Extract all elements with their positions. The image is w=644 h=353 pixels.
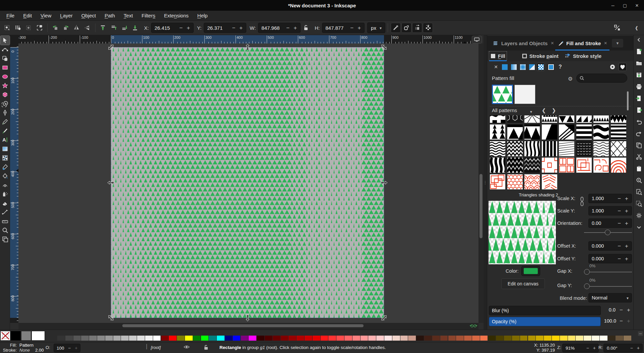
tool-dropper[interactable] <box>0 162 10 171</box>
palette-color[interactable] <box>616 336 623 341</box>
palette-color[interactable] <box>265 336 272 341</box>
palette-color[interactable] <box>137 336 145 341</box>
decrement-button[interactable] <box>616 220 623 226</box>
palette-color[interactable] <box>384 336 392 341</box>
tool-ellipse[interactable] <box>0 72 10 81</box>
tool-selector[interactable] <box>0 36 10 45</box>
chevron-down-icon[interactable] <box>635 223 643 231</box>
offset-x-spinbox[interactable]: 0.000 <box>588 241 632 251</box>
rotation-decrement[interactable] <box>628 346 635 350</box>
subtab-stroke-paint[interactable]: Stroke paint <box>521 52 560 60</box>
edit-on-canvas-button[interactable]: Edit on canvas <box>501 278 545 289</box>
layer-lock-icon[interactable] <box>204 345 208 350</box>
x-decrement[interactable] <box>177 25 185 31</box>
pattern-thumb-wavy-band[interactable] <box>593 124 609 140</box>
palette-color[interactable] <box>496 336 504 341</box>
h-increment[interactable] <box>356 25 363 31</box>
palette-color[interactable] <box>600 336 607 341</box>
palette-color[interactable] <box>57 336 65 341</box>
pattern-thumb-h-bars[interactable] <box>576 124 592 140</box>
next-patterns-button[interactable]: ❯ <box>550 107 558 114</box>
maximize-button[interactable]: ▢ <box>621 2 629 9</box>
palette-color[interactable] <box>305 336 312 341</box>
opacity-slider[interactable]: Opacity (%) 100.0 <box>489 317 632 326</box>
pattern-thumb-diag-wedges[interactable] <box>559 124 574 140</box>
paint-swatch-icon[interactable] <box>547 63 555 71</box>
palette-color[interactable] <box>552 336 560 341</box>
palette-none-swatch[interactable] <box>0 331 10 341</box>
fill-rule-even-odd-icon[interactable] <box>608 63 617 71</box>
x-increment[interactable] <box>185 25 192 31</box>
palette-color[interactable] <box>528 336 536 341</box>
redo-icon[interactable] <box>635 129 643 138</box>
palette-color[interactable] <box>352 336 360 341</box>
layer-visibility-icon[interactable] <box>184 345 190 349</box>
pattern-thumb-fine-hatch[interactable] <box>559 141 574 156</box>
palette-color[interactable] <box>169 336 177 341</box>
subtab-stroke-style[interactable]: Stroke style <box>564 52 603 60</box>
palette-color[interactable] <box>65 336 73 341</box>
menu-extensions[interactable]: Extensions <box>159 11 193 21</box>
orientation-spinbox[interactable]: 0.00 <box>588 218 632 228</box>
pattern-thumb-red-corners[interactable] <box>542 158 557 173</box>
tool-star[interactable] <box>0 81 10 90</box>
increment-button[interactable] <box>623 196 630 201</box>
y-decrement[interactable] <box>230 25 237 31</box>
palette-color[interactable] <box>520 336 528 341</box>
vertical-ruler[interactable]: 0100200300400500600700800 <box>10 43 19 323</box>
palette-color[interactable] <box>249 336 256 341</box>
palette-config-button[interactable]: ─ <box>638 331 643 336</box>
search-input[interactable] <box>586 75 624 81</box>
palette-color[interactable] <box>273 336 280 341</box>
w-spinbox[interactable]: 847.968 <box>258 23 301 33</box>
palette-color[interactable] <box>97 336 105 341</box>
pattern-thumb-sawtooth[interactable] <box>542 115 557 123</box>
opacity-increment[interactable] <box>625 318 632 324</box>
palette-color[interactable] <box>161 336 169 341</box>
snap-controls-button[interactable] <box>612 23 622 33</box>
pattern-thumb-zigzag-tri[interactable] <box>611 115 626 123</box>
current-layer-indicator[interactable]: [root] <box>151 345 161 350</box>
pattern-thumb-red-scales[interactable] <box>507 174 523 189</box>
palette-color[interactable] <box>448 336 456 341</box>
tool-zoom[interactable] <box>0 226 10 235</box>
increment-button[interactable] <box>73 346 79 350</box>
menu-layer[interactable]: Layer <box>56 11 77 21</box>
move-gradients-icon[interactable] <box>412 23 422 33</box>
paint-flat-color-icon[interactable] <box>501 63 509 71</box>
pattern-thumb-zigzag-dark[interactable] <box>524 158 540 173</box>
pattern-thumb-red-overlap[interactable] <box>490 174 505 189</box>
pattern-thumb-red-frames[interactable] <box>576 158 592 173</box>
decrement-button[interactable] <box>66 346 73 350</box>
menu-help[interactable]: Help <box>193 11 212 21</box>
palette-swatch[interactable] <box>21 331 31 341</box>
tool-shape-builder[interactable] <box>0 54 10 63</box>
pattern-thumb-waves-dense[interactable] <box>490 141 505 156</box>
tool-connector[interactable] <box>0 207 10 216</box>
palette-color[interactable] <box>73 336 81 341</box>
menu-file[interactable]: File <box>2 11 19 21</box>
flip-vertical-icon[interactable] <box>82 23 92 33</box>
increment-button[interactable] <box>623 243 630 249</box>
minimize-button[interactable]: ─ <box>609 2 617 9</box>
palette-color[interactable] <box>361 336 368 341</box>
zoom-increment[interactable] <box>591 346 598 350</box>
palette-color[interactable] <box>512 336 520 341</box>
pattern-thumb-tri-mixed[interactable] <box>593 115 609 123</box>
paint-mesh-gradient-icon[interactable] <box>528 63 536 71</box>
palette-color[interactable] <box>321 336 328 341</box>
lower-icon[interactable] <box>120 23 130 33</box>
tool-spiral[interactable] <box>0 99 10 108</box>
palette-color[interactable] <box>592 336 599 341</box>
palette-color[interactable] <box>400 336 408 341</box>
pattern-thumb-tri-stack[interactable] <box>490 124 505 140</box>
blend-mode-dropdown[interactable]: Normal <box>588 293 632 302</box>
palette-color[interactable] <box>328 336 336 341</box>
vertical-scrollbar-thumb[interactable] <box>479 174 482 238</box>
palette-color[interactable] <box>344 336 352 341</box>
tool-box-3d[interactable] <box>0 90 10 99</box>
collapse-right-toolbar-icon[interactable]: ❰ <box>632 23 642 33</box>
stock-pattern-triangles[interactable] <box>492 85 513 104</box>
tool-measure[interactable] <box>0 216 10 226</box>
link-scale-icon[interactable] <box>580 196 584 206</box>
